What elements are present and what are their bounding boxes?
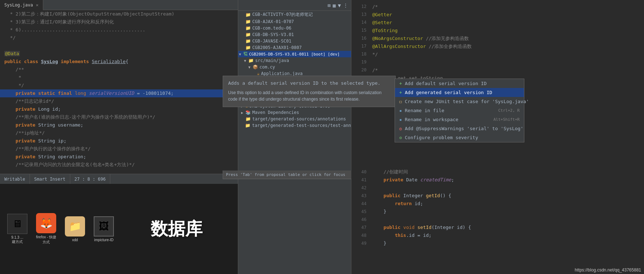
code-line: private Long id; <box>0 105 238 113</box>
code-line: /**记录用户访问的方法的全限定名(包名+类名+方法)*/ <box>0 161 238 169</box>
tree-item-cgb2005-ajax[interactable]: 📁 CGB2005-AJAX01-0807 <box>238 44 351 51</box>
status-writable: Writable <box>0 174 30 184</box>
taskbar-app-desktop[interactable]: 🖥 9.1.3 ...建方式 <box>7 214 27 244</box>
toolbar-icon-filter[interactable]: ▼ <box>338 3 341 8</box>
file-tree[interactable]: 📁 CGB-ACTIVITY-07的老师笔记 📁 CGB-AJAX-01-070… <box>238 11 351 274</box>
tooltip-popup: Adds a default serial version ID to the … <box>223 76 396 107</box>
line-number: 45 <box>356 208 367 215</box>
firefox-icon: 🦊 <box>36 213 56 233</box>
code-line: * 3)第三步：通过I/O对象进行序列化和反序列化 <box>0 18 238 26</box>
status-insert: Smart Insert <box>30 174 70 184</box>
line-number: 12 <box>356 3 367 10</box>
maven-icon: 📚 <box>245 110 251 115</box>
code-line: */ <box>0 34 238 42</box>
menu-item-rename-file[interactable]: ▪ Rename in file Ctrl+2, R <box>395 106 524 115</box>
toolbar-icon-2[interactable]: ▦ <box>333 3 336 8</box>
project-icon: 🏗 <box>243 52 248 57</box>
left-tab-close[interactable]: ✕ <box>36 3 38 8</box>
taskbar-app-firefox[interactable]: 🦊 firefox - 快捷方式 <box>36 213 56 245</box>
tree-item-cgb-com[interactable]: 📁 CGB-com.tedu-06 <box>238 25 351 31</box>
left-tab[interactable]: SysLog.java ✕ <box>0 0 43 10</box>
left-code-panel: SysLog.java ✕ * 2)第二步：构建I/O对象(ObjectOutp… <box>0 0 238 184</box>
line-number: 42 <box>356 185 367 191</box>
shortcut-label: Alt+Shift+R <box>493 117 520 122</box>
taskbar-app-label: firefox - 快捷方式 <box>36 235 56 245</box>
taskbar-app-xdd[interactable]: 📁 xdd <box>65 216 85 242</box>
code-line: private String operation; <box>0 153 238 161</box>
code-line: /** <box>0 66 238 74</box>
tree-item-cgb-activity[interactable]: 📁 CGB-ACTIVITY-07的老师笔记 <box>238 11 351 18</box>
line-number: 48 <box>356 232 367 239</box>
menu-item-label: Rename in workspace <box>405 117 458 122</box>
menu-item-add-default[interactable]: + Add default serial version ID <box>395 79 524 88</box>
code-line: 49 } <box>351 239 644 247</box>
tree-item-label: CGB-com.tedu-06 <box>252 26 291 31</box>
toolbar-icon-1[interactable]: ⊞ <box>328 3 330 8</box>
tree-item-target-annotations[interactable]: 📁 target/generated-sources/annotations <box>238 116 351 122</box>
line-number: 43 <box>356 193 367 199</box>
menu-item-suppress-warnings[interactable]: ◎ Add @SuppressWarnings 'serial' to 'Sys… <box>395 124 524 133</box>
gear-icon: ⚙ <box>399 135 402 140</box>
tree-item-label: Maven Dependencies <box>252 110 299 115</box>
code-line: 13 @Getter <box>351 11 644 19</box>
menu-item-configure-severity[interactable]: ⚙ Configure problem severity <box>395 133 524 142</box>
file-tree-panel: ⊞ ▦ ▼ ⋮ 📁 CGB-ACTIVITY-07的老师笔记 📁 CGB-AJA… <box>238 0 351 274</box>
shortcut-label: Ctrl+2, R <box>498 108 520 113</box>
folder-icon: 📁 <box>245 32 251 37</box>
line-number: 40 <box>356 169 367 176</box>
tree-item-com-cy[interactable]: ▼ 📦 com.cy <box>238 64 351 70</box>
code-line <box>351 144 644 152</box>
menu-item-rename-workspace[interactable]: ▪ Rename in workspace Alt+Shift+R <box>395 115 524 124</box>
tree-item-cgb-db[interactable]: 📁 CGB-DB-SYS-V3.01 <box>238 31 351 38</box>
folder-icon: 📁 <box>245 45 251 50</box>
taskbar-app-label: impicture-ID <box>94 238 114 242</box>
code-line <box>351 152 644 160</box>
code-line: * <box>0 74 238 81</box>
menu-item-label: Create new JUnit test case for 'SysLog.j… <box>405 99 529 104</box>
line-number: 13 <box>356 11 367 18</box>
menu-item-create-junit[interactable]: ◻ Create new JUnit test case for 'SysLog… <box>395 97 524 106</box>
folder-icon: 📁 <box>65 216 85 237</box>
tree-item-maven[interactable]: ▶ 📚 Maven Dependencies <box>238 109 351 116</box>
menu-item-add-generated[interactable]: + Add generated serial version ID <box>395 88 524 97</box>
tooltip-hint: Press 'Tab' from proposal table or click… <box>226 172 345 177</box>
context-menu: + Add default serial version ID + Add ge… <box>395 79 524 142</box>
code-line <box>0 42 238 50</box>
file-tree-toolbar: ⊞ ▦ ▼ ⋮ <box>238 0 351 11</box>
code-line: 18 */ <box>351 50 644 58</box>
tree-item-cgb-ajax[interactable]: 📁 CGB-AJAX-01-0707 <box>238 18 351 25</box>
line-number: 44 <box>356 200 367 207</box>
toolbar-icon-more[interactable]: ⋮ <box>343 3 348 8</box>
tree-item-label: CGB-AJAX-01-0707 <box>252 19 294 24</box>
taskbar-app-impicture[interactable]: 🖼 impicture-ID <box>94 216 114 242</box>
code-line: * 6)....................................… <box>0 26 238 34</box>
tree-item-label: target/generated-sources/annotations <box>252 116 346 121</box>
left-code-area[interactable]: * 2)第二步：构建I/O对象(ObjectOutputStream/Objec… <box>0 10 238 172</box>
tree-item-cgb2005-db[interactable]: ▼ 🏗 CGB2005-DB-SYS-V3.01-0811 [boot] [de… <box>238 51 351 57</box>
folder-icon: 📁 <box>245 19 251 24</box>
code-line: 45 } <box>351 208 644 216</box>
impicture-icon: 🖼 <box>94 216 114 237</box>
tree-item-src-main[interactable]: ▼ 📁 src/main/java <box>238 57 351 64</box>
tree-item-label: CGB2005-DB-SYS-V3.01-0811 [boot] [dev] <box>249 52 340 57</box>
tooltip-title: Adds a default serial version ID to the … <box>228 80 390 86</box>
tree-item-cgb-javase[interactable]: 📁 CGB-JAVASE-SC01 <box>238 38 351 44</box>
line-number: 18 <box>356 51 367 58</box>
line-number: 16 <box>356 35 367 42</box>
target-icon: 📁 <box>245 116 251 121</box>
code-line: 19 <box>351 58 644 66</box>
menu-item-label: Add @SuppressWarnings 'serial' to 'SysLo… <box>405 126 523 131</box>
left-tab-bar: SysLog.java ✕ <box>0 0 238 10</box>
tree-arrow: ▼ <box>248 65 253 69</box>
code-line-serial: private static final long serialVersionU… <box>0 89 238 97</box>
code-line: 44 return id; <box>351 200 644 208</box>
code-line: 16 @NoArgsConstructor //添加无参构造函数 <box>351 35 644 43</box>
tree-item-label: target/generated-test-sources/test-ann <box>252 123 351 128</box>
code-line: 17 @AllArgsConstructor //添加全参构造函数 <box>351 43 644 50</box>
desktop-icon: 🖥 <box>7 214 27 234</box>
csdn-link[interactable]: https://blog.csdn.net/qq_43765881 <box>575 268 641 273</box>
code-line: 41 private Date createdTime; <box>351 176 644 184</box>
package-icon: 📦 <box>253 65 258 70</box>
tree-item-target-test-ann[interactable]: 📁 target/generated-test-sources/test-ann <box>238 122 351 129</box>
folder-icon: 📁 <box>248 58 254 63</box>
